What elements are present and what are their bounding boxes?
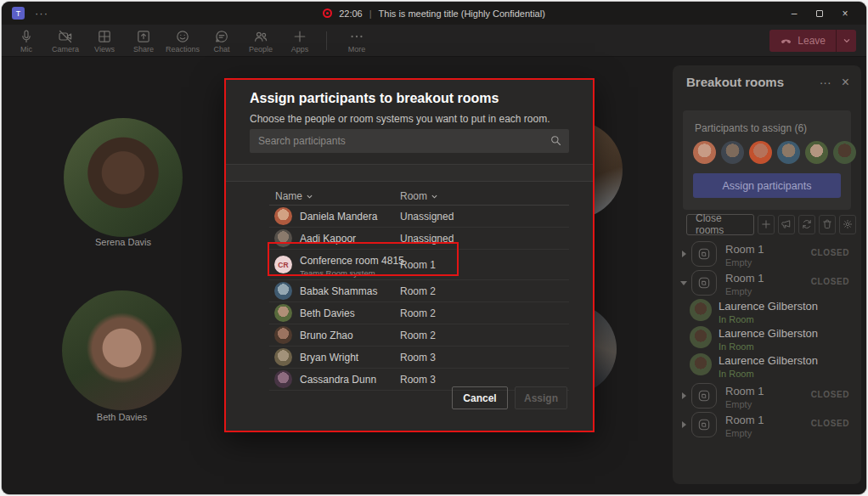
leave-button[interactable]: Leave [769,30,836,52]
room-participant-row[interactable]: Laurence GilberstonIn Room [673,324,861,352]
breakout-rooms-panel: Breakout rooms ··· × Participants to ass… [673,65,861,484]
avatar [274,304,292,322]
table-row[interactable]: Beth Davies Room 2 [269,302,569,324]
maximize-button[interactable] [807,3,832,24]
participants-to-assign-label: Participants to assign (6) [695,122,807,134]
name-column-header[interactable]: Name [269,190,400,202]
search-icon [550,134,562,150]
toolbar-share-button[interactable]: Share [124,25,163,56]
video-tile-avatar [64,118,183,237]
avatar [274,348,292,366]
chevron-right-icon[interactable] [682,392,686,399]
avatar [721,141,744,164]
table-row-conference-room[interactable]: CRConference room 4815Teams Room system … [269,250,569,280]
toolbar-people-button[interactable]: People [241,25,280,56]
announcement-button[interactable] [778,215,795,234]
avatar [274,326,292,344]
leave-split-button: Leave [769,30,856,52]
participant-status: In Room [719,341,818,352]
toolbar-camera-button[interactable]: Camera [46,25,85,56]
leave-options-button[interactable] [836,30,856,52]
minimize-button[interactable]: – [781,3,807,24]
maximize-icon [816,10,823,17]
assigned-room: Room 3 [400,374,436,386]
hangup-phone-icon [780,35,792,48]
camera-off-icon [58,29,73,44]
room-participant-row[interactable]: Laurence GilberstonIn Room [673,297,861,324]
plus-icon [292,29,307,44]
delete-trash-icon [821,218,833,230]
toolbar-reactions-button[interactable]: Reactions [163,25,202,56]
avatar [274,207,292,225]
room-occupancy: Empty [725,257,764,268]
teams-meeting-window: T ··· 22:06 | This is meeting title (Hig… [2,2,866,494]
breakout-room-icon [691,241,717,267]
participant-status: In Room [719,314,818,324]
toolbar-more-button[interactable]: More [334,25,380,56]
people-icon [253,29,268,44]
toolbar-views-button[interactable]: Views [85,25,124,56]
room-status-badge: CLOSED [811,419,849,428]
room-status-badge: CLOSED [811,248,849,257]
video-tile-avatar [62,290,182,410]
room-row[interactable]: Room 1Empty CLOSED [673,410,861,439]
chevron-right-icon[interactable] [682,421,686,428]
close-button[interactable]: × [832,3,858,24]
room-row[interactable]: Room 1Empty CLOSED [673,240,861,268]
meeting-title: This is meeting title (Highly Confidenti… [379,8,545,19]
chevron-down-icon [306,193,313,200]
chevron-down-icon[interactable] [680,281,687,285]
close-rooms-button[interactable]: Close rooms [686,214,754,235]
titlebar: T ··· 22:06 | This is meeting title (Hig… [2,2,866,25]
toolbar-apps-button[interactable]: Apps [280,25,319,56]
room-participant-row[interactable]: Laurence GilberstonIn Room [673,352,861,379]
more-dots-icon [349,29,364,44]
table-row[interactable]: Bruno Zhao Room 2 [269,324,569,347]
toolbar-chat-button[interactable]: Chat [202,25,241,56]
avatar [693,141,716,164]
room-settings-button[interactable] [839,215,856,234]
sync-icon [801,218,813,230]
toolbar-label: Apps [291,45,309,54]
table-row[interactable]: Aadi Kapoor Unassigned [269,228,569,250]
toolbar-label: Share [133,45,154,54]
room-occupancy: Empty [725,399,764,409]
table-row[interactable]: Bryan Wright Room 3 [269,347,569,369]
rooms-list: Room 1Empty CLOSED Room 1Empty CLOSED La… [673,240,861,439]
delete-rooms-button[interactable] [819,215,836,234]
avatar [749,141,772,164]
panel-close-button[interactable]: × [842,76,849,88]
search-box [250,129,569,153]
reactions-smiley-icon [175,29,190,44]
recreate-rooms-button[interactable] [798,215,815,234]
table-row[interactable]: Daniela Mandera Unassigned [269,206,569,228]
chevron-right-icon[interactable] [682,251,686,257]
room-row[interactable]: Room 1Empty CLOSED [673,381,861,410]
toolbar-label: Reactions [166,45,200,54]
chevron-down-icon [431,193,438,200]
room-column-header[interactable]: Room [400,190,438,202]
chevron-down-icon [843,37,851,45]
titlebar-menu-button[interactable]: ··· [35,9,48,18]
table-row[interactable]: Babak Shammas Room 2 [269,280,569,302]
participant-status: In Room [719,369,818,379]
panel-more-button[interactable]: ··· [820,76,831,88]
search-participants-input[interactable] [250,129,569,153]
avatar [274,370,292,388]
assign-participants-button[interactable]: Assign participants [693,173,841,198]
room-row[interactable]: Room 1Empty CLOSED [673,268,861,297]
participants-table: Name Room Daniela Mandera Unassigned Aad… [269,188,569,391]
assign-button[interactable]: Assign [515,386,567,409]
toolbar-label: People [249,45,273,54]
avatar [690,299,712,321]
cancel-button[interactable]: Cancel [452,386,508,409]
participant-name: Aadi Kapoor [300,233,356,245]
table-header-band [226,164,593,182]
avatar [690,326,712,348]
share-screen-icon [136,29,151,44]
settings-gear-icon [842,218,854,230]
add-room-button[interactable] [758,215,775,234]
toolbar-mic-button[interactable]: Mic [7,25,46,56]
assigned-room: Unassigned [400,211,454,223]
avatar [805,141,828,164]
